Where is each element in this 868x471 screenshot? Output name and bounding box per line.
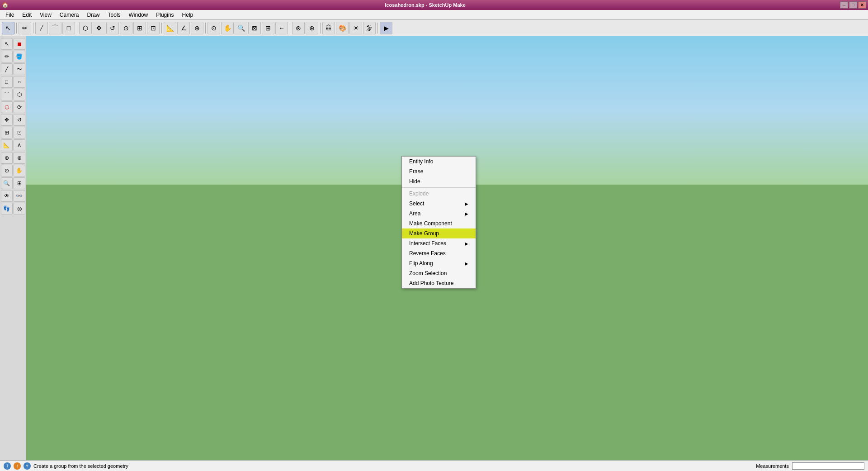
tool-move[interactable]: ✥ bbox=[93, 22, 105, 34]
status-indicator-icon[interactable]: ! bbox=[14, 462, 21, 470]
ctx-area[interactable]: Area ▶ bbox=[402, 209, 476, 219]
sidebar-pair-6: ⬡ ⟳ bbox=[1, 101, 25, 113]
sidebar-bucket[interactable]: 🪣 bbox=[14, 51, 25, 62]
sidebar-orbit[interactable]: ⊙ bbox=[1, 165, 13, 176]
sidebar-walk[interactable]: 👁 bbox=[1, 190, 13, 202]
status-help-icon[interactable]: ? bbox=[24, 462, 31, 470]
main-area: ↖ ◼ ✏ 🪣 ╱ 〜 □ ○ ⌒ ⬡ ⬡ ⟳ ✥ ↺ ⊞ ⊡ bbox=[0, 36, 868, 460]
tool-shapes[interactable]: □ bbox=[62, 22, 75, 34]
toolbar: ↖ ✏ ╱ ⌒ □ ⬡ ✥ ↺ ⊙ ⊞ ⊡ 📐 ∠ ⊕ ⊙ ✋ 🔍 ⊠ ⊞ ← … bbox=[0, 20, 868, 36]
minimize-button[interactable]: ─ bbox=[840, 1, 848, 9]
tool-zoom-window[interactable]: ⊠ bbox=[248, 22, 261, 34]
menu-draw[interactable]: Draw bbox=[84, 11, 104, 19]
tool-section[interactable]: ⊗ bbox=[292, 22, 305, 34]
sidebar-zoom-ext[interactable]: ⊞ bbox=[14, 177, 25, 189]
tool-paint[interactable]: ✏ bbox=[19, 22, 31, 34]
ctx-erase[interactable]: Erase bbox=[402, 167, 476, 176]
sidebar-circle[interactable]: ○ bbox=[14, 76, 25, 88]
sidebar-pan[interactable]: ✋ bbox=[14, 165, 25, 176]
tool-protractor[interactable]: ∠ bbox=[177, 22, 190, 34]
tool-zoom-extents[interactable]: ⊞ bbox=[262, 22, 274, 34]
tool-offset[interactable]: ⊡ bbox=[147, 22, 160, 34]
tool-pan[interactable]: ✋ bbox=[221, 22, 234, 34]
menu-camera[interactable]: Camera bbox=[56, 11, 83, 19]
sidebar-pair-8: ⊞ ⊡ bbox=[1, 127, 25, 138]
ctx-make-group[interactable]: Make Group bbox=[402, 228, 476, 238]
sidebar-tape[interactable]: 📐 bbox=[1, 139, 13, 151]
ctx-flip-along[interactable]: Flip Along ▶ bbox=[402, 258, 476, 268]
tool-fog[interactable]: 🌫 bbox=[363, 22, 376, 34]
viewport[interactable]: Entity Info Erase Hide Explode Select ▶ … bbox=[26, 36, 868, 460]
close-button[interactable]: ✕ bbox=[858, 1, 866, 9]
sidebar-rect[interactable]: □ bbox=[1, 76, 13, 88]
status-bar: i ! ? Create a group from the selected g… bbox=[0, 460, 868, 471]
menu-file[interactable]: File bbox=[2, 11, 18, 19]
sidebar-pair-5: ⌒ ⬡ bbox=[1, 89, 25, 100]
tool-previous[interactable]: ← bbox=[275, 22, 288, 34]
tool-line[interactable]: ╱ bbox=[35, 22, 48, 34]
ctx-intersect-faces[interactable]: Intersect Faces ▶ bbox=[402, 238, 476, 248]
sidebar-pair-9: 📐 A bbox=[1, 139, 25, 151]
ctx-sep-1 bbox=[402, 187, 476, 188]
ctx-entity-info[interactable]: Entity Info bbox=[402, 157, 476, 167]
toolbar-sep-2 bbox=[33, 23, 33, 33]
sidebar-rotate[interactable]: ↺ bbox=[14, 114, 25, 126]
sidebar-paint[interactable]: ✏ bbox=[1, 51, 13, 62]
tool-components[interactable]: 🏛 bbox=[322, 22, 335, 34]
sidebar-select[interactable]: ↖ bbox=[1, 38, 13, 50]
measurements-input[interactable] bbox=[792, 462, 864, 470]
tool-shadows[interactable]: ☀ bbox=[349, 22, 362, 34]
sidebar-label[interactable]: A bbox=[14, 139, 25, 151]
ctx-hide[interactable]: Hide bbox=[402, 176, 476, 186]
ctx-reverse-faces[interactable]: Reverse Faces bbox=[402, 248, 476, 258]
tool-rotate[interactable]: ↺ bbox=[106, 22, 119, 34]
tool-orbit[interactable]: ⊙ bbox=[208, 22, 220, 34]
window-controls: ─ □ ✕ bbox=[840, 1, 866, 9]
sidebar-zoom[interactable]: 🔍 bbox=[1, 177, 13, 189]
window-title: Icosahedron.skp - SketchUp Make bbox=[10, 2, 840, 8]
tool-select[interactable]: ↖ bbox=[2, 22, 14, 34]
tool-walkthrough[interactable]: ▶ bbox=[380, 22, 392, 34]
sidebar-look-around[interactable]: 👓 bbox=[14, 190, 25, 202]
menu-tools[interactable]: Tools bbox=[104, 11, 124, 19]
ctx-zoom-selection[interactable]: Zoom Selection bbox=[402, 268, 476, 278]
left-sidebar: ↖ ◼ ✏ 🪣 ╱ 〜 □ ○ ⌒ ⬡ ⬡ ⟳ ✥ ↺ ⊞ ⊡ bbox=[0, 36, 26, 460]
ctx-add-photo-texture[interactable]: Add Photo Texture bbox=[402, 278, 476, 288]
sidebar-move[interactable]: ✥ bbox=[1, 114, 13, 126]
menu-view[interactable]: View bbox=[36, 11, 55, 19]
sidebar-pair-10: ⊕ ⊗ bbox=[1, 152, 25, 164]
sidebar-position-camera[interactable]: 👣 bbox=[1, 203, 13, 214]
tool-paint-bucket[interactable]: 🎨 bbox=[336, 22, 349, 34]
sidebar-push-pull[interactable]: ⬡ bbox=[1, 101, 13, 113]
tool-axes[interactable]: ⊕ bbox=[191, 22, 203, 34]
sidebar-arc[interactable]: ⌒ bbox=[1, 89, 13, 100]
tool-section2[interactable]: ⊕ bbox=[306, 22, 318, 34]
menu-edit[interactable]: Edit bbox=[19, 11, 35, 19]
sidebar-section[interactable]: ⊗ bbox=[14, 152, 25, 164]
tool-scale[interactable]: ⊞ bbox=[133, 22, 146, 34]
tool-follow-me[interactable]: ⊙ bbox=[120, 22, 132, 34]
maximize-button[interactable]: □ bbox=[849, 1, 857, 9]
sidebar-freehand[interactable]: 〜 bbox=[14, 63, 25, 75]
toolbar-sep-1 bbox=[16, 23, 17, 33]
ctx-select[interactable]: Select ▶ bbox=[402, 199, 476, 209]
sidebar-advanced-cam[interactable]: ◎ bbox=[14, 203, 25, 214]
menu-help[interactable]: Help bbox=[179, 11, 197, 19]
sidebar-scale[interactable]: ⊞ bbox=[1, 127, 13, 138]
tool-tape[interactable]: 📐 bbox=[164, 22, 176, 34]
sidebar-axes[interactable]: ⊕ bbox=[1, 152, 13, 164]
sidebar-polygon[interactable]: ⬡ bbox=[14, 89, 25, 100]
sidebar-line[interactable]: ╱ bbox=[1, 63, 13, 75]
tool-push-pull[interactable]: ⬡ bbox=[79, 22, 92, 34]
ctx-make-component[interactable]: Make Component bbox=[402, 219, 476, 228]
sidebar-follow-me[interactable]: ⟳ bbox=[14, 101, 25, 113]
status-info-icon[interactable]: i bbox=[4, 462, 11, 470]
menu-window[interactable]: Window bbox=[125, 11, 152, 19]
sidebar-offset[interactable]: ⊡ bbox=[14, 127, 25, 138]
tool-zoom[interactable]: 🔍 bbox=[235, 22, 247, 34]
menu-plugins[interactable]: Plugins bbox=[152, 11, 177, 19]
sidebar-eraser[interactable]: ◼ bbox=[14, 38, 25, 50]
sidebar-pair-4: □ ○ bbox=[1, 76, 25, 88]
title-bar: 🏠 Icosahedron.skp - SketchUp Make ─ □ ✕ bbox=[0, 0, 868, 10]
tool-arc[interactable]: ⌒ bbox=[49, 22, 61, 34]
